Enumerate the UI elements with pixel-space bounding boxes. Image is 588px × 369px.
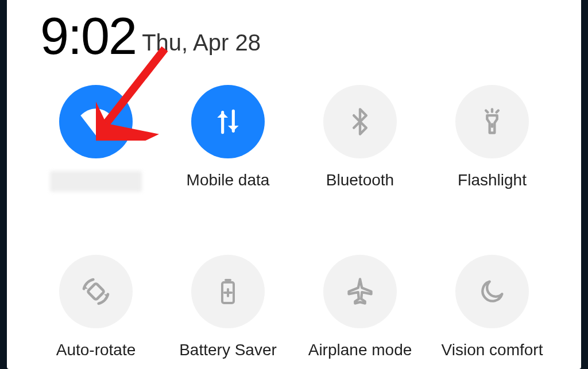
battery-saver-label: Battery Saver bbox=[179, 341, 277, 359]
tile-auto-rotate: Auto-rotate bbox=[33, 255, 158, 359]
airplane-mode-toggle[interactable] bbox=[323, 255, 397, 328]
battery-saver-icon bbox=[214, 278, 242, 305]
svg-line-2 bbox=[486, 111, 488, 112]
auto-rotate-icon bbox=[80, 275, 112, 308]
tile-mobile-data: Mobile data bbox=[165, 85, 291, 192]
airplane-icon bbox=[345, 277, 375, 306]
airplane-mode-label: Airplane mode bbox=[308, 341, 412, 359]
status-header: 9:02 Thu, Apr 28 bbox=[28, 10, 560, 62]
wifi-label bbox=[50, 171, 142, 192]
mobile-data-icon bbox=[212, 106, 244, 138]
svg-rect-4 bbox=[87, 283, 105, 300]
auto-rotate-label: Auto-rotate bbox=[56, 341, 136, 359]
wifi-icon bbox=[78, 103, 114, 140]
battery-saver-toggle[interactable] bbox=[191, 255, 265, 328]
mobile-data-label: Mobile data bbox=[187, 171, 270, 189]
clock-date: Thu, Apr 28 bbox=[142, 31, 261, 54]
tile-bluetooth: Bluetooth bbox=[297, 85, 423, 192]
flashlight-icon bbox=[477, 107, 507, 137]
quick-settings-grid: Mobile data Bluetooth bbox=[28, 85, 560, 359]
bluetooth-label: Bluetooth bbox=[326, 171, 394, 189]
bluetooth-icon bbox=[345, 107, 375, 137]
svg-line-3 bbox=[497, 111, 498, 112]
flashlight-label: Flashlight bbox=[458, 171, 527, 189]
wifi-toggle[interactable] bbox=[59, 85, 133, 158]
tile-airplane-mode: Airplane mode bbox=[297, 255, 423, 359]
flashlight-toggle[interactable] bbox=[455, 85, 529, 158]
auto-rotate-toggle[interactable] bbox=[59, 255, 133, 328]
vision-comfort-label: Vision comfort bbox=[442, 341, 543, 359]
tile-battery-saver: Battery Saver bbox=[165, 255, 291, 359]
tile-wifi bbox=[33, 85, 158, 192]
tile-vision-comfort: Vision comfort bbox=[430, 255, 555, 359]
tile-flashlight: Flashlight bbox=[430, 85, 555, 192]
moon-icon bbox=[477, 277, 507, 306]
bluetooth-toggle[interactable] bbox=[323, 85, 397, 158]
quick-settings-panel: 9:02 Thu, Apr 28 bbox=[7, 0, 581, 369]
clock-time: 9:02 bbox=[40, 10, 136, 62]
vision-comfort-toggle[interactable] bbox=[455, 255, 529, 328]
mobile-data-toggle[interactable] bbox=[191, 85, 265, 158]
